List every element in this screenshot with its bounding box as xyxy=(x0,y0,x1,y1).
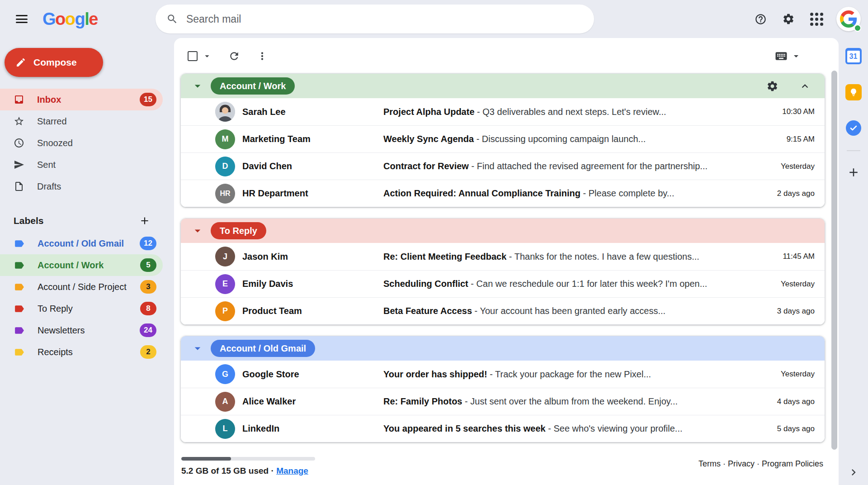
collapse-triangle-icon[interactable] xyxy=(191,79,204,93)
list-scrollbar[interactable] xyxy=(831,71,837,450)
label-count-badge: 8 xyxy=(140,302,156,315)
section-title-pill: To Reply xyxy=(211,222,266,239)
avatar: A xyxy=(215,392,235,412)
email-time: 10:30 AM xyxy=(773,107,815,116)
label-tag-icon xyxy=(14,281,25,293)
label-count-badge: 2 xyxy=(140,345,156,359)
avatar: L xyxy=(215,419,235,439)
manage-storage-link[interactable]: Manage xyxy=(276,466,308,475)
label-count-badge: 5 xyxy=(140,258,156,272)
email-sender: Emily Davis xyxy=(242,279,383,289)
storage-text: 5.2 GB of 15 GB used xyxy=(181,466,269,475)
top-bar: Google xyxy=(0,0,868,38)
clock-icon xyxy=(14,138,24,148)
sidebar-label-side-project[interactable]: Account / Side Project 3 xyxy=(0,276,163,298)
sidebar-label-text: Newsletters xyxy=(38,325,127,336)
tasks-icon[interactable] xyxy=(846,120,861,136)
search-bar[interactable] xyxy=(156,5,594,33)
email-row[interactable]: P Product Team Beta Feature Access - You… xyxy=(181,297,825,324)
keep-icon[interactable] xyxy=(845,84,862,100)
label-tag-icon xyxy=(14,325,25,336)
select-all-checkbox[interactable] xyxy=(188,51,198,61)
collapse-triangle-icon[interactable] xyxy=(191,342,204,355)
email-row[interactable]: HR HR Department Action Required: Annual… xyxy=(181,180,825,207)
show-side-panel-chevron-icon[interactable] xyxy=(847,466,860,479)
email-row[interactable]: L LinkedIn You appeared in 5 searches th… xyxy=(181,415,825,442)
email-row[interactable]: M Marketing Team Weekly Sync Agenda - Di… xyxy=(181,125,825,152)
more-options-icon[interactable] xyxy=(256,50,268,62)
avatar: M xyxy=(215,129,235,149)
email-row[interactable]: Sarah Lee Project Alpha Update - Q3 deli… xyxy=(181,98,825,125)
avatar: D xyxy=(215,157,235,176)
google-g-icon xyxy=(840,10,857,28)
email-time: 9:15 AM xyxy=(778,135,815,144)
email-time: Yesterday xyxy=(772,280,815,289)
sidebar-label-old-gmail[interactable]: Account / Old Gmail 12 xyxy=(0,233,163,254)
label-count-badge: 12 xyxy=(140,237,156,250)
mail-list-panel: Account / Work Sarah Lee Project Alpha U… xyxy=(174,38,839,485)
help-button[interactable] xyxy=(749,7,772,31)
calendar-icon[interactable]: 31 xyxy=(845,48,862,64)
email-sender: Sarah Lee xyxy=(242,107,383,117)
email-time: 11:45 AM xyxy=(774,252,815,261)
sidebar-item-sent[interactable]: Sent xyxy=(0,154,163,176)
sidebar-item-inbox[interactable]: Inbox 15 xyxy=(0,89,163,110)
footer-links[interactable]: Terms · Privacy · Program Policies xyxy=(698,459,823,476)
avatar: G xyxy=(215,364,235,384)
status-dot xyxy=(854,24,861,32)
section-header[interactable]: To Reply xyxy=(181,219,825,243)
gear-icon xyxy=(782,13,795,25)
apps-grid-button[interactable] xyxy=(805,7,828,31)
sidebar-label-receipts[interactable]: Receipts 2 xyxy=(0,341,163,363)
collapse-triangle-icon[interactable] xyxy=(191,224,204,238)
sidebar-item-label: Drafts xyxy=(37,181,156,192)
google-logo: Google xyxy=(42,10,98,29)
storage-progress-fill xyxy=(181,457,231,461)
email-time: 2 days ago xyxy=(768,189,815,198)
section-settings-button[interactable] xyxy=(764,78,780,94)
email-subject: You appeared in 5 searches this week xyxy=(383,423,546,433)
email-row[interactable]: A Alice Walker Re: Family Photos - Just … xyxy=(181,388,825,415)
profile-avatar[interactable] xyxy=(836,7,861,31)
storage-progress-bar xyxy=(181,457,315,461)
email-subject: Weekly Sync Agenda xyxy=(383,134,474,144)
email-snippet: - Can we reschedule our 1:1 for later th… xyxy=(471,279,707,289)
sidebar-label-text: Account / Work xyxy=(38,260,127,271)
sidebar-item-drafts[interactable]: Drafts xyxy=(0,176,163,197)
plus-icon xyxy=(139,215,151,227)
select-dropdown-icon[interactable] xyxy=(202,51,212,61)
sidebar-label-work[interactable]: Account / Work 5 xyxy=(0,254,163,276)
email-sender: Marketing Team xyxy=(242,134,383,144)
main-menu-button[interactable] xyxy=(11,8,33,30)
compose-label: Compose xyxy=(33,57,77,68)
section-header[interactable]: Account / Work xyxy=(181,74,825,98)
email-time: 5 days ago xyxy=(768,424,815,433)
sidebar-label-to-reply[interactable]: To Reply 8 xyxy=(0,298,163,319)
collapse-section-button[interactable] xyxy=(797,78,813,94)
sidebar-item-snoozed[interactable]: Snoozed xyxy=(0,132,163,154)
email-sender: HR Department xyxy=(242,188,383,199)
sidebar-item-label: Sent xyxy=(37,160,156,170)
email-row[interactable]: J Jason Kim Re: Client Meeting Feedback … xyxy=(181,243,825,270)
add-label-button[interactable] xyxy=(137,213,153,229)
email-snippet: - See who's viewing your profile... xyxy=(548,423,682,433)
sidebar-item-starred[interactable]: Starred xyxy=(0,110,163,132)
input-tools-dropdown-icon[interactable] xyxy=(791,51,802,62)
email-subject: Your order has shipped! xyxy=(383,369,487,379)
email-row[interactable]: G Google Store Your order has shipped! -… xyxy=(181,361,825,388)
email-row[interactable]: E Emily Davis Scheduling Conflict - Can … xyxy=(181,270,825,297)
refresh-icon[interactable] xyxy=(228,50,240,62)
input-tools-keyboard-icon[interactable] xyxy=(774,49,788,63)
search-input[interactable] xyxy=(186,13,583,25)
email-subject: Re: Client Meeting Feedback xyxy=(383,252,506,262)
draft-file-icon xyxy=(14,181,24,192)
section-header[interactable]: Account / Old Gmail xyxy=(181,336,825,361)
section-title-pill: Account / Old Gmail xyxy=(211,340,315,357)
apps-grid-icon xyxy=(810,13,823,26)
email-row[interactable]: D David Chen Contract for Review - Find … xyxy=(181,152,825,180)
compose-button[interactable]: Compose xyxy=(5,48,103,77)
get-addons-plus-icon[interactable] xyxy=(847,166,860,179)
avatar: J xyxy=(215,247,235,266)
sidebar-label-newsletters[interactable]: Newsletters 24 xyxy=(0,319,163,341)
settings-button[interactable] xyxy=(777,7,800,31)
